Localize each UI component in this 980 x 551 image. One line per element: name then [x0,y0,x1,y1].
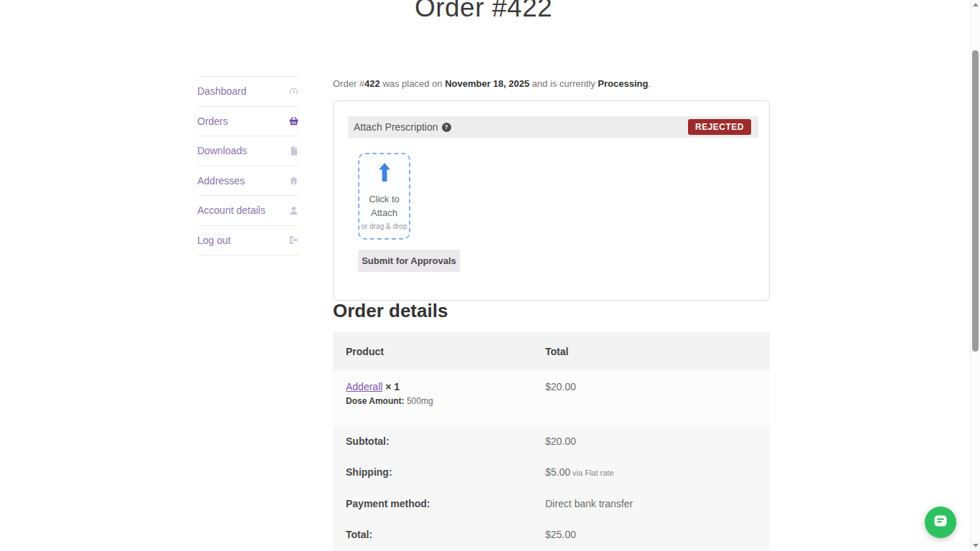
note-status-lead: and is currently [529,78,598,89]
product-line-total: $20.00 [545,381,770,425]
table-header-row: Product Total [333,332,770,370]
page-title: Order #422 [197,0,770,23]
sidebar-item-account-details[interactable]: Account details [197,196,299,226]
upload-hint: or drag & drop [362,222,407,230]
account-sidebar-nav: Dashboard Orders Downloads Addresses Acc… [197,76,299,255]
sidebar-item-orders[interactable]: Orders [197,107,299,137]
shipping-note: via Flat rate [573,468,613,477]
sidebar-item-addresses[interactable]: Addresses [197,166,299,197]
product-meta: Dose Amount: 500mg [346,396,545,406]
payment-method-value: Direct bank transfer [545,498,633,509]
chat-widget-button[interactable] [925,507,956,538]
total-value: $25.00 [545,529,576,540]
note-date: November 18, 2025 [445,78,529,89]
subtotal-value: $20.00 [545,435,576,447]
logout-icon [288,235,299,245]
chat-icon [932,512,949,532]
table-row-shipping: Shipping: $5.00via Flat rate [333,457,770,489]
user-icon [288,205,299,216]
upload-label-line1: Click to [369,194,400,204]
meta-value: 500mg [407,396,433,406]
help-icon[interactable]: ? [442,123,451,132]
upload-label-line2: Attach [371,207,397,218]
prescription-upload-dropzone[interactable]: Click toAttach or drag & drop [358,153,410,240]
upload-label: Click toAttach [369,192,400,220]
home-icon [288,175,299,186]
product-quantity: × 1 [385,381,400,392]
attach-prescription-panel: Attach Prescription ? REJECTED Click toA… [333,100,770,301]
table-row-subtotal: Subtotal: $20.00 [333,425,770,457]
submit-for-approvals-button[interactable]: Submit for Approvals [358,250,460,272]
order-details-table: Product Total Adderall × 1 Dose Amount: … [333,332,770,551]
column-header-product: Product [333,346,545,357]
subtotal-label: Subtotal: [333,435,545,447]
sidebar-item-label: Account details [197,204,265,216]
note-order-number: 422 [364,78,380,89]
scroll-up-arrow-icon[interactable] [973,3,979,6]
status-badge: REJECTED [688,119,751,135]
basket-icon [288,116,299,126]
sidebar-item-label: Downloads [197,145,247,156]
payment-method-label: Payment method: [333,498,545,509]
note-placed-text: was placed on [380,78,445,89]
note-status: Processing [598,78,648,89]
scrollbar-thumb[interactable] [972,50,979,352]
sidebar-item-downloads[interactable]: Downloads [197,136,299,166]
sidebar-item-label: Addresses [197,175,245,187]
table-row-payment-method: Payment method: Direct bank transfer [333,488,770,519]
meta-label: Dose Amount: [346,396,405,406]
table-row-total: Total: $25.00 [333,519,770,551]
product-link[interactable]: Adderall [346,381,382,392]
sidebar-item-label: Log out [197,235,231,246]
sidebar-item-label: Orders [197,116,228,127]
sidebar-item-dashboard[interactable]: Dashboard [197,77,299,107]
total-label: Total: [333,529,545,540]
order-status-note: Order #422 was placed on November 18, 20… [333,78,651,89]
upload-arrow-icon [377,162,392,182]
shipping-label: Shipping: [333,466,545,478]
my-account-order-page: Order #422 Dashboard Orders Downloads Ad… [0,0,980,551]
sidebar-item-label: Dashboard [197,85,247,97]
order-details-heading: Order details [333,300,448,322]
prescription-panel-header: Attach Prescription ? REJECTED [348,116,758,138]
shipping-value: $5.00 [545,466,570,478]
file-icon [288,146,299,156]
scroll-down-arrow-icon[interactable] [973,544,979,547]
table-row: Adderall × 1 Dose Amount: 500mg $20.00 [333,370,770,425]
product-name-line: Adderall × 1 [346,381,545,392]
vertical-scrollbar[interactable] [970,0,980,551]
note-prefix: Order # [333,78,364,89]
gauge-icon [288,86,299,97]
table-footer: Subtotal: $20.00 Shipping: $5.00via Flat… [333,425,770,550]
sidebar-item-logout[interactable]: Log out [197,226,299,256]
note-suffix: . [648,78,651,89]
column-header-total: Total [545,346,770,357]
prescription-panel-title: Attach Prescription [354,121,438,133]
